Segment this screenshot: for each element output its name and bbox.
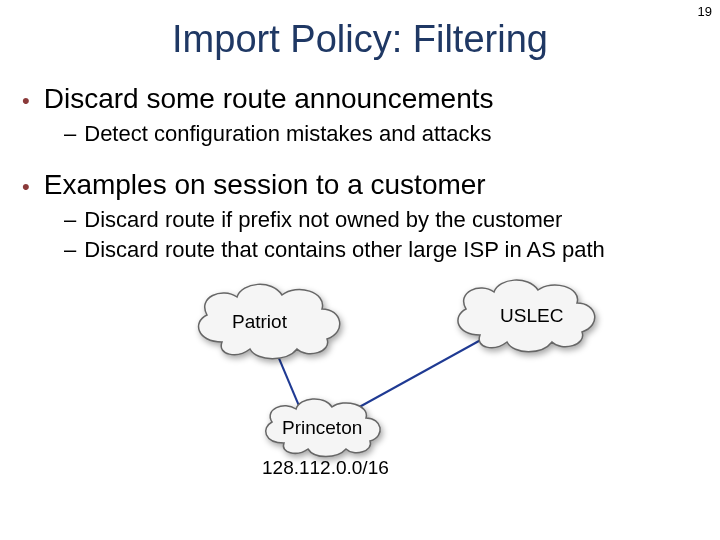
bullet-2-sub-1: – Discard route if prefix not owned by t… bbox=[64, 207, 700, 233]
bullet-2: • Examples on session to a customer bbox=[22, 169, 700, 201]
bullet-1-sub-1-text: Detect configuration mistakes and attack… bbox=[84, 121, 491, 147]
bullet-2-sub-1-text: Discard route if prefix not owned by the… bbox=[84, 207, 562, 233]
cloud-left-label: Patriot bbox=[232, 311, 287, 333]
network-diagram: Patriot USLEC Princeton 128.112.0.0/16 bbox=[22, 271, 700, 481]
bullet-2-text: Examples on session to a customer bbox=[44, 169, 486, 201]
bullet-1: • Discard some route announcements bbox=[22, 83, 700, 115]
bullet-1-sub-1: – Detect configuration mistakes and atta… bbox=[64, 121, 700, 147]
cloud-bottom-label: Princeton bbox=[282, 417, 362, 439]
slide-title: Import Policy: Filtering bbox=[0, 18, 720, 61]
bullet-marker: • bbox=[22, 174, 30, 200]
cloud-right-label: USLEC bbox=[500, 305, 563, 327]
dash-marker: – bbox=[64, 207, 76, 233]
page-number: 19 bbox=[698, 4, 712, 19]
bullet-1-text: Discard some route announcements bbox=[44, 83, 494, 115]
bullet-2-sub-2-text: Discard route that contains other large … bbox=[84, 237, 605, 263]
bullet-marker: • bbox=[22, 88, 30, 114]
bullet-2-sub-2: – Discard route that contains other larg… bbox=[64, 237, 700, 263]
prefix-label: 128.112.0.0/16 bbox=[262, 457, 389, 479]
dash-marker: – bbox=[64, 121, 76, 147]
content-area: • Discard some route announcements – Det… bbox=[0, 83, 720, 481]
dash-marker: – bbox=[64, 237, 76, 263]
